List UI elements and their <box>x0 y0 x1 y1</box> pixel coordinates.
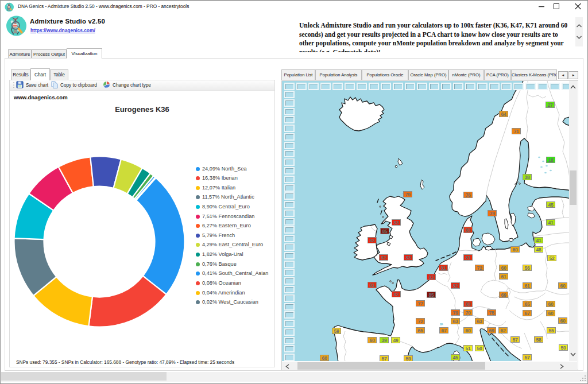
window-hscrollbar[interactable] <box>1 372 587 382</box>
legend-item-Oceanian[interactable]: 0,08% Oceanian <box>196 280 241 286</box>
map-marker[interactable]: 76 <box>463 192 473 198</box>
maptab-scroll-right[interactable]: ▸ <box>568 71 578 79</box>
map-marker[interactable]: 41 <box>546 219 555 226</box>
map-marker[interactable]: 18 <box>546 157 555 163</box>
charttab-table[interactable]: Table <box>50 69 68 80</box>
map-marker[interactable]: 60 <box>499 265 508 271</box>
legend-item-East_Central_Euro[interactable]: 4,29% East_Central_Euro <box>196 242 263 247</box>
map-marker[interactable]: 27 <box>546 102 555 108</box>
map-marker[interactable]: 85 <box>427 292 436 298</box>
maximize-button[interactable] <box>548 1 565 13</box>
legend-item-Italian[interactable]: 12,07% Italian <box>196 185 235 191</box>
map-marker[interactable]: 45 <box>546 201 555 208</box>
map-scroll-left-icon[interactable] <box>285 364 289 369</box>
map-marker[interactable]: 45 <box>451 354 460 360</box>
map-scroll-up-icon[interactable] <box>570 85 576 89</box>
charttab-chart[interactable]: Chart <box>30 68 50 80</box>
map-marker[interactable]: 52 <box>547 255 556 261</box>
map-marker[interactable]: 60 <box>320 355 329 361</box>
legend-item-Amerindian[interactable]: 0,04% Amerindian <box>196 290 245 296</box>
map-marker[interactable]: 41 <box>534 237 543 243</box>
map-marker[interactable]: 69 <box>499 292 508 298</box>
map-marker[interactable]: 60 <box>368 337 377 343</box>
map-marker[interactable]: 75 <box>487 309 496 316</box>
map-marker[interactable]: 51 <box>463 345 473 351</box>
map-marker[interactable]: 67 <box>439 327 448 333</box>
map-marker[interactable]: 62 <box>498 327 508 333</box>
donut-chart[interactable] <box>10 91 194 366</box>
map-marker[interactable]: 80 <box>463 301 473 307</box>
map-marker[interactable]: 64 <box>499 111 508 117</box>
map-marker[interactable]: 55 <box>547 327 556 333</box>
map-marker[interactable]: 79 <box>488 210 497 216</box>
toolbar-copy-to-clipboard[interactable]: Copy to clipboard <box>51 80 97 91</box>
map-marker[interactable]: 83 <box>392 219 401 226</box>
map-marker[interactable]: 82 <box>451 282 460 289</box>
map-marker[interactable]: 60 <box>558 317 567 324</box>
map-marker[interactable]: 83 <box>427 274 436 280</box>
website-link[interactable]: https://www.dnagenics.com/ <box>30 28 95 33</box>
map-marker[interactable]: 72 <box>416 318 425 324</box>
map-marker[interactable]: 81 <box>463 254 473 261</box>
map-marker[interactable]: 61 <box>523 282 532 289</box>
map-marker[interactable]: 79 <box>403 191 412 197</box>
close-button[interactable] <box>569 1 586 13</box>
titlebar[interactable]: DNA Genics - Admixture Studio 2.50 - www… <box>1 1 587 13</box>
map-marker[interactable]: 80 <box>463 227 473 233</box>
promo-scrollbar[interactable] <box>575 17 583 46</box>
maptab-oracle-map-pro-[interactable]: Oracle Map (PRO) <box>408 69 448 80</box>
scroll-down-icon[interactable] <box>577 36 582 39</box>
map-marker[interactable]: 61 <box>499 273 508 280</box>
map-vscroll-thumb[interactable] <box>570 170 577 205</box>
legend-item-Basque[interactable]: 0,76% Basque <box>196 261 237 267</box>
map-marker[interactable]: 69 <box>487 327 496 333</box>
map-marker[interactable]: 39 <box>380 337 389 343</box>
map-marker[interactable]: 70 <box>463 309 473 316</box>
maptab-population-analysis[interactable]: Population Analysis <box>315 69 362 80</box>
map-marker[interactable]: 63 <box>451 318 460 324</box>
map-marker[interactable]: 63 <box>475 318 484 324</box>
map-marker[interactable]: 81 <box>368 282 377 288</box>
map-marker[interactable]: 72 <box>475 265 484 271</box>
resize-grip[interactable] <box>580 375 587 382</box>
map-marker[interactable]: 60 <box>546 301 555 307</box>
map-marker[interactable]: 60 <box>510 246 520 253</box>
map-marker[interactable]: 49 <box>391 337 400 343</box>
map-marker[interactable]: 48 <box>534 246 543 253</box>
map-hscroll-thumb[interactable] <box>297 362 485 370</box>
legend-item-South_Central_Asian[interactable]: 0,41% South_Central_Asian <box>196 270 268 276</box>
map-marker[interactable]: 56 <box>523 265 532 271</box>
legend-item-Iberian[interactable]: 16,38% Iberian <box>196 175 238 181</box>
map-marker[interactable]: 50 <box>559 344 568 351</box>
map-hscrollbar[interactable] <box>282 362 577 370</box>
map-marker[interactable]: 59 <box>332 328 341 334</box>
maptab-population-list[interactable]: Population List <box>281 69 315 80</box>
map-marker[interactable]: 58 <box>534 336 543 343</box>
map-marker[interactable]: 65 <box>416 327 425 333</box>
legend-item-Fennoscandian[interactable]: 7,51% Fennoscandian <box>196 214 254 219</box>
map-marker[interactable]: 81 <box>439 265 448 271</box>
legend-item-North_Sea[interactable]: 24,09% North_Sea <box>196 166 247 172</box>
legend-item-Volga-Ural[interactable]: 1,82% Volga-Ural <box>196 251 243 257</box>
map-marker[interactable]: 77 <box>416 300 425 307</box>
map-marker[interactable]: 71 <box>512 128 521 134</box>
tab-visualization[interactable]: Visualization <box>67 48 102 59</box>
maptab-populations-oracle[interactable]: Populations Oracle <box>362 69 408 80</box>
map-marker[interactable]: 82 <box>379 254 388 261</box>
map-marker[interactable]: 60 <box>546 310 555 316</box>
map-scroll-down-icon[interactable] <box>570 352 576 356</box>
window-hscroll-thumb[interactable] <box>1 372 167 381</box>
map-marker[interactable]: 50 <box>475 345 484 351</box>
tab-admixture[interactable]: Admixture <box>8 49 32 58</box>
charttab-results[interactable]: Results <box>11 69 30 80</box>
map-marker[interactable]: 82 <box>392 291 401 297</box>
toolbar-change-chart-type[interactable]: Change chart type <box>103 80 151 91</box>
maptab-pca-pro-[interactable]: PCA (PRO) <box>484 69 511 80</box>
map-marker[interactable]: 79 <box>451 309 460 316</box>
map-marker[interactable]: 85 <box>380 228 389 234</box>
map-vscrollbar[interactable] <box>569 81 577 361</box>
map-marker[interactable]: 38 <box>523 174 532 180</box>
legend-item-West_Caucasian[interactable]: 0,02% West_Caucasian <box>196 299 258 305</box>
map-marker[interactable]: 57 <box>380 355 389 361</box>
scroll-up-icon[interactable] <box>577 24 582 28</box>
